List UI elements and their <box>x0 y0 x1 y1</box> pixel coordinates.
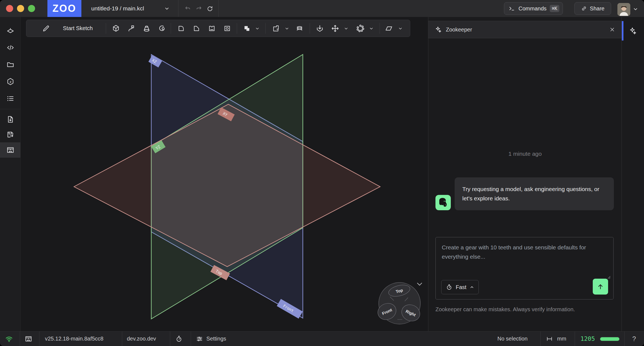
arrow-up-icon <box>597 283 604 290</box>
boolean-icon <box>243 25 251 32</box>
panel-title: Zookeeper <box>446 27 605 33</box>
chamfer-button[interactable] <box>191 20 202 37</box>
send-button[interactable] <box>593 279 608 295</box>
extrude-icon <box>112 24 120 33</box>
user-menu-chevron-icon[interactable] <box>633 7 638 11</box>
offset-plane-menu-chevron-icon[interactable] <box>283 20 291 37</box>
statusbar-divider <box>122 331 122 346</box>
timer-status[interactable] <box>175 331 183 346</box>
view-gizmo[interactable]: Top Front Right <box>375 282 423 324</box>
close-icon[interactable] <box>609 27 615 33</box>
pattern-button[interactable] <box>355 20 366 37</box>
machine-status[interactable] <box>25 331 32 346</box>
refresh-icon[interactable] <box>206 5 213 12</box>
loft-button[interactable] <box>141 20 152 37</box>
revolve-button[interactable] <box>156 20 168 37</box>
model-speed-button[interactable]: Fast <box>441 280 479 294</box>
toolbar-divider <box>237 23 237 34</box>
user-avatar[interactable] <box>617 3 630 16</box>
variables-icon: x <box>6 77 15 86</box>
statusbar-divider <box>540 331 541 346</box>
hole-button[interactable] <box>221 20 233 37</box>
printer-3d-icon <box>6 146 15 154</box>
plane-menu-chevron-icon[interactable] <box>396 20 404 37</box>
shell-icon <box>208 25 216 32</box>
boolean-menu-chevron-icon[interactable] <box>253 20 261 37</box>
sidebar-item-save[interactable] <box>0 127 21 142</box>
chevron-up-icon <box>470 286 474 289</box>
sparkles-icon <box>629 27 637 35</box>
prompt-placeholder: Create a gear with 10 teeth and use sens… <box>442 243 602 261</box>
start-sketch-button[interactable] <box>40 20 52 37</box>
statusbar-divider <box>170 331 170 346</box>
title-bar: ZOO untitled-19 / main.kcl Commands ⌘K <box>0 0 644 17</box>
plane-tool-button[interactable] <box>383 20 395 37</box>
network-status[interactable] <box>5 331 13 346</box>
sidebar-item-machine[interactable] <box>0 142 21 158</box>
toolbar-divider <box>171 23 171 34</box>
share-button[interactable]: Share <box>574 2 611 15</box>
host-label[interactable]: dev.zoo.dev <box>127 331 156 346</box>
move-button[interactable] <box>329 20 341 37</box>
extrude-button[interactable] <box>110 20 122 37</box>
commands-button[interactable]: Commands ⌘K <box>504 2 563 15</box>
boolean-button[interactable] <box>241 20 253 37</box>
prompt-input[interactable]: Create a gear with 10 teeth and use sens… <box>435 237 614 299</box>
viewport-3d[interactable]: XZ XY YZ Top Front <box>21 17 428 331</box>
zoo-logo[interactable]: ZOO <box>47 0 81 17</box>
save-export-icon <box>6 131 15 139</box>
sidebar-item-export[interactable] <box>0 112 21 127</box>
undo-icon[interactable] <box>184 5 191 12</box>
plane-xy[interactable] <box>74 104 380 267</box>
selection-status[interactable]: No selection <box>497 331 528 346</box>
statusbar-divider <box>20 331 20 346</box>
gizmo-menu-chevron-icon[interactable] <box>417 283 422 285</box>
document-title[interactable]: untitled-19 / main.kcl <box>91 0 144 17</box>
zookeeper-avatar <box>435 195 451 210</box>
sidebar-item-kcl-code[interactable] <box>0 40 21 55</box>
commands-shortcut-badge: ⌘K <box>550 5 559 12</box>
move-menu-chevron-icon[interactable] <box>342 20 350 37</box>
resize-handle[interactable] <box>607 275 611 279</box>
disclaimer-text: Zookeeper can make mistakes. Always veri… <box>435 305 589 314</box>
pattern-menu-chevron-icon[interactable] <box>367 20 375 37</box>
stream-health-pill[interactable] <box>600 337 619 341</box>
helix-button[interactable] <box>294 20 305 37</box>
units-button[interactable]: mm <box>546 331 566 346</box>
maximize-window-button[interactable] <box>28 5 35 12</box>
sweep-icon <box>127 24 135 33</box>
insert-button[interactable] <box>314 20 326 37</box>
sidebar-item-variables[interactable]: x <box>0 74 21 89</box>
toolbar-divider <box>265 23 266 34</box>
sidebar-item-project-files[interactable] <box>0 57 21 72</box>
sparkles-icon <box>435 26 442 33</box>
app-version[interactable]: v25.12.18-main.8af5cc8 <box>45 331 103 346</box>
app-window: ZOO untitled-19 / main.kcl Commands ⌘K <box>0 0 644 346</box>
zookeeper-panel: Zookeeper 1 minute ago Try requesting a … <box>428 17 622 331</box>
fillet-icon <box>177 25 185 32</box>
sidebar-item-feature-tree[interactable] <box>0 23 21 38</box>
shell-button[interactable] <box>206 20 218 37</box>
help-button[interactable]: ? <box>624 331 644 346</box>
statusbar-divider <box>575 331 575 346</box>
assistant-message-bubble: Try requesting a model, ask engineering … <box>455 177 614 210</box>
sidebar-item-logs[interactable] <box>0 91 21 106</box>
minimize-window-button[interactable] <box>17 5 24 12</box>
start-sketch-label[interactable]: Start Sketch <box>56 20 100 37</box>
close-window-button[interactable] <box>6 5 13 12</box>
offset-plane-button[interactable] <box>270 20 282 37</box>
rail-item-zookeeper[interactable] <box>622 23 644 39</box>
status-bar: v25.12.18-main.8af5cc8 dev.zoo.dev Setti… <box>0 331 644 346</box>
zookeeper-header: Zookeeper <box>428 21 622 38</box>
right-rail <box>622 17 644 331</box>
sweep-button[interactable] <box>126 20 137 37</box>
redo-icon[interactable] <box>195 5 203 12</box>
pencil-icon <box>42 24 50 33</box>
fillet-button[interactable] <box>175 20 187 37</box>
settings-button[interactable]: Settings <box>196 331 226 346</box>
measure-icon <box>546 336 553 342</box>
offset-plane-icon <box>272 25 280 32</box>
chevron-down-icon[interactable] <box>164 7 169 10</box>
stream-fps-value[interactable]: 1205 <box>580 331 595 346</box>
helix-icon <box>295 24 304 33</box>
